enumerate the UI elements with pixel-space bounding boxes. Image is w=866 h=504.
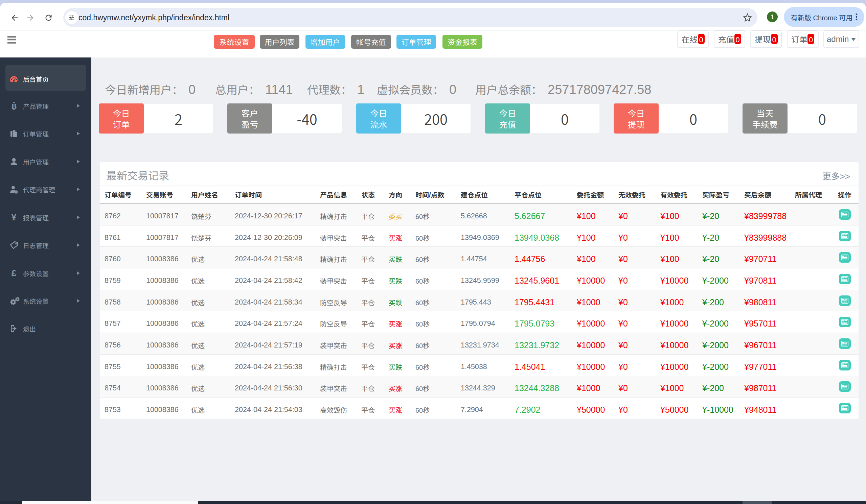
- svg-text:£: £: [11, 269, 16, 277]
- svg-text:B: B: [11, 102, 16, 111]
- svg-text:¥: ¥: [11, 213, 16, 222]
